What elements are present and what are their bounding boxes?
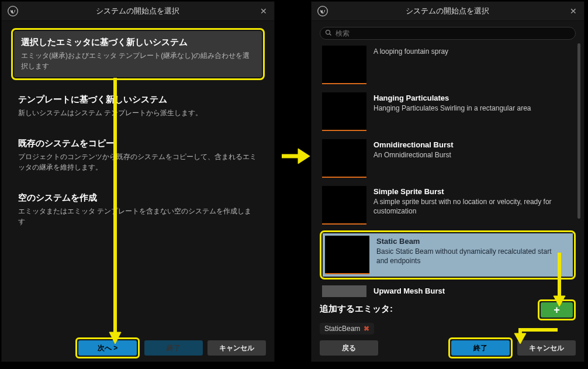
item-desc: Hanging Particulates Swirling in a recta… xyxy=(373,104,572,113)
next-button[interactable]: 次へ > xyxy=(78,340,137,356)
emitter-chip[interactable]: StaticBeam ✖ xyxy=(320,323,374,334)
option-desc: プロジェクトのコンテンツから既存のシステムをコピーして、含まれるエミッタの継承を… xyxy=(18,151,258,173)
list-item[interactable]: Omnidirectional Burst An Omnidirectional… xyxy=(320,137,584,180)
option-title: 選択したエミッタに基づく新しいシステム xyxy=(21,37,255,48)
cancel-button[interactable]: キャンセル xyxy=(207,340,266,356)
item-title: Static Beam xyxy=(376,237,561,246)
window-title: システムの開始点を選択 xyxy=(329,6,565,16)
item-title: Simple Sprite Burst xyxy=(373,187,572,196)
option-empty-system[interactable]: 空のシステムを作成 エミッタまたはエミッタ テンプレートを含まない空のシステムを… xyxy=(11,187,265,233)
option-new-from-emitters[interactable]: 選択したエミッタに基づく新しいシステム エミッタ(継承)およびエミッタ テンプレ… xyxy=(14,31,262,77)
item-desc: An burst of meshes spawning upwards in a… xyxy=(373,296,572,297)
item-title: Upward Mesh Burst xyxy=(373,287,572,295)
search-input[interactable] xyxy=(335,29,570,37)
unreal-logo-icon xyxy=(6,5,19,18)
item-desc: A looping fountain spray xyxy=(373,47,572,56)
arrow-center xyxy=(281,146,310,168)
back-button[interactable]: 戻る xyxy=(320,340,378,356)
option-title: 空のシステムを作成 xyxy=(18,192,258,204)
titlebar-right: システムの開始点を選択 ✕ xyxy=(312,2,584,21)
add-button[interactable]: + xyxy=(541,302,573,318)
svg-line-3 xyxy=(330,33,331,35)
svg-marker-5 xyxy=(298,149,310,164)
item-title: Hanging Particulates xyxy=(373,94,572,102)
emitter-thumbnail xyxy=(322,285,366,297)
add-emitter-label: 追加するエミッタ: xyxy=(320,304,393,315)
close-icon[interactable]: ✕ xyxy=(565,3,582,19)
emitter-thumbnail xyxy=(322,139,366,178)
list-item[interactable]: A looping fountain spray xyxy=(320,43,584,87)
option-desc: 新しいシステムはシステム テンプレートから派生します。 xyxy=(18,108,258,118)
emitter-thumbnail xyxy=(322,92,366,131)
list-item-selected[interactable]: Static Beam Basic Static Beam without dy… xyxy=(323,233,573,277)
scrollbar[interactable] xyxy=(577,43,580,219)
list-item[interactable]: Hanging Particulates Hanging Particulate… xyxy=(320,90,584,133)
highlight-static-beam: Static Beam Basic Static Beam without dy… xyxy=(320,230,576,280)
highlight-selected-option: 選択したエミッタに基づく新しいシステム エミッタ(継承)およびエミッタ テンプレ… xyxy=(11,28,265,80)
emitter-thumbnail xyxy=(322,186,366,225)
item-title: Omnidirectional Burst xyxy=(373,140,572,149)
highlight-finish-button: 終了 xyxy=(448,337,513,358)
close-icon[interactable]: ✕ xyxy=(255,3,272,19)
unreal-logo-icon xyxy=(316,5,329,18)
item-desc: An Omnidirectional Burst xyxy=(373,150,572,160)
emitter-thumbnail xyxy=(325,236,369,274)
option-desc: エミッタまたはエミッタ テンプレートを含まない空のシステムを作成します xyxy=(18,206,258,227)
chip-remove-icon[interactable]: ✖ xyxy=(364,325,369,333)
emitter-thumbnail xyxy=(322,46,366,84)
option-title: テンプレートに基づく新しいシステム xyxy=(18,94,258,105)
cancel-button[interactable]: キャンセル xyxy=(517,340,576,356)
titlebar-left: システムの開始点を選択 ✕ xyxy=(2,2,274,21)
finish-button[interactable]: 終了 xyxy=(144,340,203,356)
window-title: システムの開始点を選択 xyxy=(19,6,255,16)
item-desc: A simple sprite burst with no location o… xyxy=(373,197,572,216)
option-title: 既存のシステムをコピー xyxy=(18,138,258,149)
item-desc: Basic Static Beam without dynamically re… xyxy=(376,247,561,265)
option-desc: エミッタ(継承)およびエミッタ テンプレート(継承なし)の組み合わせを選択します xyxy=(21,50,255,71)
search-icon xyxy=(325,29,332,38)
option-new-from-template[interactable]: テンプレートに基づく新しいシステム 新しいシステムはシステム テンプレートから派… xyxy=(11,88,265,124)
option-copy-existing[interactable]: 既存のシステムをコピー プロジェクトのコンテンツから既存のシステムをコピーして、… xyxy=(11,132,265,178)
highlight-next-button: 次へ > xyxy=(75,337,140,358)
finish-button[interactable]: 終了 xyxy=(451,340,510,356)
highlight-add-button: + xyxy=(538,299,576,320)
list-item[interactable]: Simple Sprite Burst A simple sprite burs… xyxy=(320,184,584,227)
list-item[interactable]: Upward Mesh Burst An burst of meshes spa… xyxy=(320,283,584,297)
search-box[interactable] xyxy=(320,27,576,40)
svg-point-2 xyxy=(326,30,330,34)
chip-label: StaticBeam xyxy=(324,325,360,333)
